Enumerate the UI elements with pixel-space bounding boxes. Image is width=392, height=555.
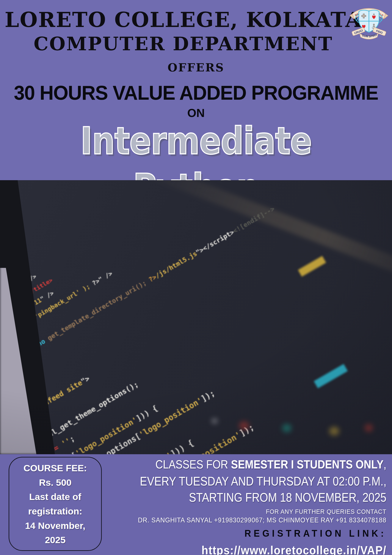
registration-link-row: https://www.loretocollege.in/VAP/	[128, 543, 386, 555]
schedule-info: CLASSES FOR SEMESTER I STUDENTS ONLY, EV…	[100, 457, 386, 555]
college-name: LORETO COLLEGE, KOLKATA	[0, 8, 367, 32]
fee-box-line: 2025	[9, 533, 101, 547]
code-photo: 12<!--[if !(IE 7) | !(IE 8) ]><!-->13<ht…	[0, 180, 392, 454]
poster: LORETO COLLEGE, KOLKATA MARIA REGINA ANG…	[0, 0, 392, 555]
classes-bold: SEMESTER I STUDENTS ONLY	[231, 458, 383, 471]
fee-box-line: COURSE FEE:	[9, 461, 101, 475]
fee-box-line: Rs. 500	[9, 475, 101, 490]
classes-prefix: CLASSES FOR	[156, 458, 231, 471]
bokeh-dot	[365, 424, 373, 432]
bokeh-dot	[239, 421, 249, 430]
offers-label: OFFERS	[0, 61, 392, 74]
fee-box-line: Last date of	[9, 490, 101, 504]
classes-line: CLASSES FOR SEMESTER I STUDENTS ONLY,	[140, 457, 386, 471]
code-screenshot: 12<!--[if !(IE 7) | !(IE 8) ]><!-->13<ht…	[0, 180, 392, 454]
header-section: LORETO COLLEGE, KOLKATA MARIA REGINA ANG…	[0, 0, 392, 180]
fee-box-line: registration:	[9, 504, 101, 518]
registration-link[interactable]: https://www.loretocollege.in/VAP/	[202, 543, 386, 555]
programme-title: 30 HOURS VALUE ADDED PROGRAMME	[4, 81, 388, 104]
department-name: COMPUTER DEPARTMENT	[0, 33, 367, 55]
contact-details: DR. SANGHITA SANYAL +919830299067; MS CH…	[122, 516, 386, 524]
bokeh-dot	[212, 419, 217, 423]
schedule-start: STARTING FROM 18 NOVEMBER, 2025	[140, 490, 386, 504]
footer-section: COURSE FEE:Rs. 500Last date ofregistrati…	[0, 454, 392, 555]
course-fee-box: COURSE FEE:Rs. 500Last date ofregistrati…	[9, 457, 102, 551]
queries-label: FOR ANY FURTHER QUERIES CONTACT	[122, 508, 386, 515]
classes-suffix: ,	[384, 458, 386, 471]
bokeh-dot	[329, 427, 339, 435]
registration-label: REGISTRATION LINK:	[114, 528, 387, 539]
fee-box-line: 14 November,	[9, 518, 101, 533]
bokeh-dot	[282, 424, 291, 432]
schedule-days: EVERY TUESDAY AND THURSDAY AT 02:00 P.M.…	[140, 474, 386, 488]
